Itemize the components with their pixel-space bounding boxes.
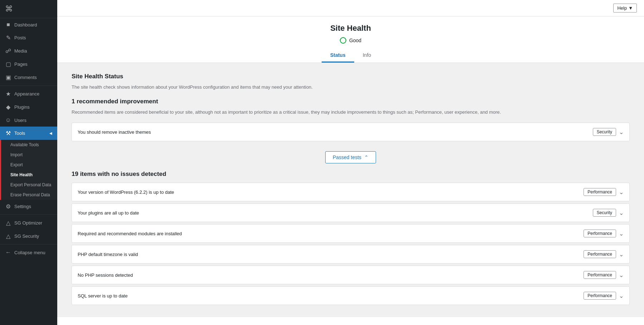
issue-label-0: You should remove inactive themes [78, 129, 151, 135]
settings-icon: ⚙ [5, 203, 11, 210]
collapse-icon: ← [5, 249, 11, 256]
media-icon: ☍ [5, 48, 11, 54]
passed-item-5: SQL server is up to date Performance ⌄ [72, 286, 630, 305]
issues-list: You should remove inactive themes Securi… [72, 123, 630, 141]
passed-item-chevron-4[interactable]: ⌄ [619, 272, 624, 279]
submenu-export-personal-data[interactable]: Export Personal Data [1, 180, 57, 190]
users-icon: ☺ [5, 117, 11, 123]
tab-status[interactable]: Status [322, 49, 354, 63]
passed-tests-chevron-up: ⌃ [364, 154, 369, 160]
issue-card-0: You should remove inactive themes Securi… [72, 123, 630, 141]
passed-item-label-2: Required and recommended modules are ins… [78, 231, 182, 236]
passed-item-2: Required and recommended modules are ins… [72, 224, 630, 243]
sg-optimizer-icon: △ [5, 220, 11, 226]
submenu-site-health[interactable]: Site Health [1, 170, 57, 180]
passed-item-badge-0: Performance [584, 188, 616, 196]
tools-submenu: Available Tools Import Export Site Healt… [0, 140, 57, 200]
page-header: Site Health Good Status Info [57, 16, 644, 63]
passed-item-badge-1: Security [593, 209, 616, 217]
issue-badge-0: Security [593, 128, 616, 136]
items-title: 19 items with no issues detected [72, 171, 630, 178]
passed-item-1: Your plugins are all up to date Security… [72, 203, 630, 222]
passed-item-label-1: Your plugins are all up to date [78, 210, 139, 216]
passed-tests-section: Passed tests ⌃ [72, 151, 630, 163]
section-title: Site Health Status [72, 73, 630, 80]
submenu-erase-personal-data[interactable]: Erase Personal Data [1, 190, 57, 200]
passed-items-list: Your version of WordPress (6.2.2) is up … [72, 183, 630, 305]
passed-item-chevron-2[interactable]: ⌄ [619, 230, 624, 237]
main-body: Site Health Status The site health check… [57, 63, 644, 317]
topbar: Help ▼ [57, 0, 644, 16]
submenu-export[interactable]: Export [1, 160, 57, 170]
help-dropdown-icon: ▼ [628, 5, 633, 11]
sidebar-item-collapse[interactable]: ← Collapse menu [0, 246, 57, 259]
sidebar-item-posts[interactable]: ✎ Posts [0, 31, 57, 44]
passed-item-4: No PHP sessions detected Performance ⌄ [72, 266, 630, 284]
recommended-title: 1 recommended improvement [72, 98, 630, 105]
pages-icon: ▢ [5, 61, 11, 68]
sidebar-item-plugins[interactable]: ◆ Plugins [0, 100, 57, 114]
sidebar: ⌘ ■ Dashboard ✎ Posts ☍ Media ▢ Pages ▣ … [0, 0, 57, 325]
passed-item-label-0: Your version of WordPress (6.2.2) is up … [78, 189, 174, 195]
content-area: Site Health Good Status Info Site Health… [57, 16, 644, 325]
sidebar-item-users[interactable]: ☺ Users [0, 114, 57, 127]
passed-item-chevron-3[interactable]: ⌄ [619, 251, 624, 258]
posts-icon: ✎ [5, 34, 11, 41]
passed-item-badge-5: Performance [584, 292, 616, 300]
submenu-import[interactable]: Import [1, 150, 57, 160]
passed-item-badge-4: Performance [584, 271, 616, 279]
tab-info[interactable]: Info [354, 49, 380, 63]
sidebar-item-tools[interactable]: ⚒ Tools ◀ [0, 127, 57, 140]
status-label: Good [349, 38, 361, 43]
section-desc: The site health check shows information … [72, 84, 630, 91]
sidebar-item-comments[interactable]: ▣ Comments [0, 71, 57, 84]
main-area: Help ▼ Site Health Good Status Info Site… [57, 0, 644, 325]
status-circle-good [340, 37, 346, 44]
sidebar-item-appearance[interactable]: ★ Appearance [0, 87, 57, 100]
passed-item-chevron-1[interactable]: ⌄ [619, 210, 624, 216]
help-button[interactable]: Help ▼ [613, 4, 637, 13]
sidebar-logo: ⌘ [0, 0, 57, 18]
sg-security-icon: △ [5, 233, 11, 240]
passed-item-label-4: No PHP sessions detected [78, 272, 133, 278]
submenu-available-tools[interactable]: Available Tools [1, 140, 57, 150]
tools-icon: ⚒ [5, 130, 11, 137]
appearance-icon: ★ [5, 90, 11, 97]
recommended-desc: Recommended items are considered benefic… [72, 109, 630, 116]
passed-item-badge-3: Performance [584, 250, 616, 258]
tabs: Status Info [64, 49, 637, 63]
sidebar-item-media[interactable]: ☍ Media [0, 44, 57, 58]
passed-item-0: Your version of WordPress (6.2.2) is up … [72, 183, 630, 201]
passed-tests-button[interactable]: Passed tests ⌃ [325, 151, 376, 163]
sidebar-item-sg-security[interactable]: △ SG Security [0, 230, 57, 243]
dashboard-icon: ■ [5, 21, 11, 28]
passed-item-badge-2: Performance [584, 230, 616, 237]
issue-chevron-0[interactable]: ⌄ [619, 129, 624, 136]
sidebar-item-sg-optimizer[interactable]: △ SG Optimizer [0, 216, 57, 230]
status-indicator: Good [64, 37, 637, 44]
passed-tests-label: Passed tests [333, 154, 361, 160]
passed-item-chevron-5[interactable]: ⌄ [619, 292, 624, 299]
sidebar-item-dashboard[interactable]: ■ Dashboard [0, 18, 57, 31]
passed-item-chevron-0[interactable]: ⌄ [619, 189, 624, 196]
sidebar-item-settings[interactable]: ⚙ Settings [0, 200, 57, 213]
passed-item-label-3: PHP default timezone is valid [78, 252, 138, 257]
plugins-icon: ◆ [5, 104, 11, 110]
sidebar-item-pages[interactable]: ▢ Pages [0, 58, 57, 71]
page-title: Site Health [64, 24, 637, 33]
comments-icon: ▣ [5, 74, 11, 81]
passed-item-label-5: SQL server is up to date [78, 293, 128, 299]
passed-item-3: PHP default timezone is valid Performanc… [72, 245, 630, 264]
